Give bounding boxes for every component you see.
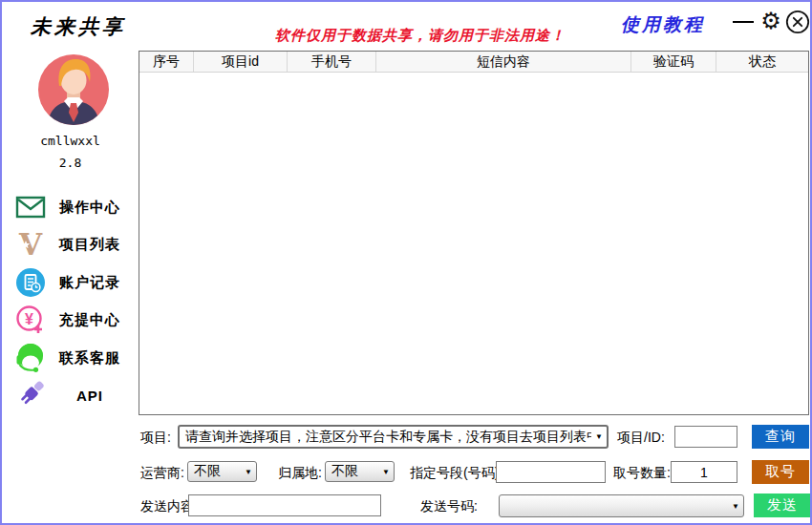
- username: cmllwxxl: [2, 134, 139, 148]
- chevron-down-icon: ▼: [591, 432, 607, 441]
- column-header-index: 序号: [139, 52, 194, 72]
- sidebar-item-label: 操作中心: [55, 199, 124, 217]
- send-content-input[interactable]: [188, 494, 381, 516]
- chevron-down-icon: ▼: [728, 502, 743, 511]
- svg-text:V: V: [18, 229, 43, 260]
- close-button[interactable]: [785, 10, 810, 34]
- table-header-row: 序号 项目id 手机号 短信内容 验证码 状态: [139, 52, 808, 73]
- minimize-button[interactable]: [731, 11, 756, 32]
- project-select[interactable]: 请查询并选择项目，注意区分平台卡和专属卡，没有项目去项目列表中申请 ▼: [178, 425, 609, 449]
- send-number-select[interactable]: ▼: [499, 494, 744, 517]
- column-header-phone: 手机号: [288, 52, 376, 72]
- chevron-down-icon: ▼: [378, 468, 394, 476]
- column-header-code: 验证码: [631, 52, 716, 72]
- carrier-select[interactable]: 不限 ▼: [187, 461, 257, 482]
- version-number: 2.8: [2, 156, 139, 170]
- column-header-sms-content: 短信内容: [376, 52, 631, 72]
- app-title: 未来共享: [31, 13, 126, 40]
- carrier-label: 运营商:: [140, 465, 184, 482]
- minimize-icon: [733, 21, 754, 23]
- send-button[interactable]: 发送: [754, 494, 811, 517]
- sidebar-item-label: API: [55, 388, 124, 404]
- headset-icon: [13, 342, 48, 374]
- warning-text: 软件仅用于数据共享，请勿用于非法用途！: [229, 27, 611, 45]
- take-number-button[interactable]: 取号: [752, 460, 809, 484]
- region-label: 归属地:: [278, 465, 322, 482]
- yen-recharge-icon: ¥: [13, 304, 48, 336]
- sidebar-item-label: 项目列表: [55, 236, 124, 254]
- query-button[interactable]: 查询: [752, 425, 809, 449]
- sidebar-item-recharge-center[interactable]: ¥ 充提中心: [13, 304, 132, 336]
- carrier-select-value: 不限: [188, 463, 241, 480]
- table-body: [139, 73, 808, 414]
- region-select[interactable]: 不限 ▼: [325, 461, 395, 482]
- count-label: 取号数量:: [613, 465, 671, 482]
- segment-label: 指定号段(号码):: [410, 465, 502, 482]
- project-label: 项目:: [140, 430, 171, 447]
- envelope-icon: [13, 191, 48, 223]
- column-header-status: 状态: [716, 52, 808, 72]
- avatar: [37, 53, 110, 126]
- sms-results-table: 序号 项目id 手机号 短信内容 验证码 状态: [139, 51, 809, 415]
- project-select-value: 请查询并选择项目，注意区分平台卡和专属卡，没有项目去项目列表中申请: [180, 429, 591, 446]
- tutorial-link[interactable]: 使用教程: [621, 12, 705, 37]
- sidebar-item-contact-support[interactable]: 联系客服: [13, 342, 132, 374]
- column-header-project-id: 项目id: [194, 52, 288, 72]
- sidebar-item-api[interactable]: API: [13, 379, 132, 411]
- region-select-value: 不限: [326, 463, 378, 480]
- settings-button[interactable]: ⚙: [759, 8, 783, 34]
- project-id-label: 项目/ID:: [617, 430, 665, 447]
- project-id-input[interactable]: [674, 426, 737, 448]
- sidebar-item-project-list[interactable]: V 项目列表: [13, 228, 132, 261]
- count-input[interactable]: [671, 461, 737, 483]
- sidebar-item-account-records[interactable]: 账户记录: [13, 266, 132, 299]
- sidebar-item-label: 联系客服: [55, 349, 124, 368]
- app-window: 未来共享 软件仅用于数据共享，请勿用于非法用途！ 使用教程 ⚙ cmllwxxl…: [0, 0, 812, 525]
- v-logo-icon: V: [13, 228, 48, 261]
- plug-icon: [13, 379, 48, 411]
- svg-text:¥: ¥: [25, 311, 33, 327]
- sidebar-item-operation-center[interactable]: 操作中心: [13, 191, 132, 223]
- ledger-icon: [13, 266, 48, 299]
- sidebar-item-label: 充提中心: [55, 311, 124, 329]
- chevron-down-icon: ▼: [241, 468, 256, 476]
- segment-input[interactable]: [496, 461, 606, 483]
- sidebar-item-label: 账户记录: [55, 274, 124, 292]
- gear-icon: ⚙: [760, 8, 781, 33]
- close-icon: [785, 10, 810, 34]
- send-number-label: 发送号码:: [420, 498, 478, 515]
